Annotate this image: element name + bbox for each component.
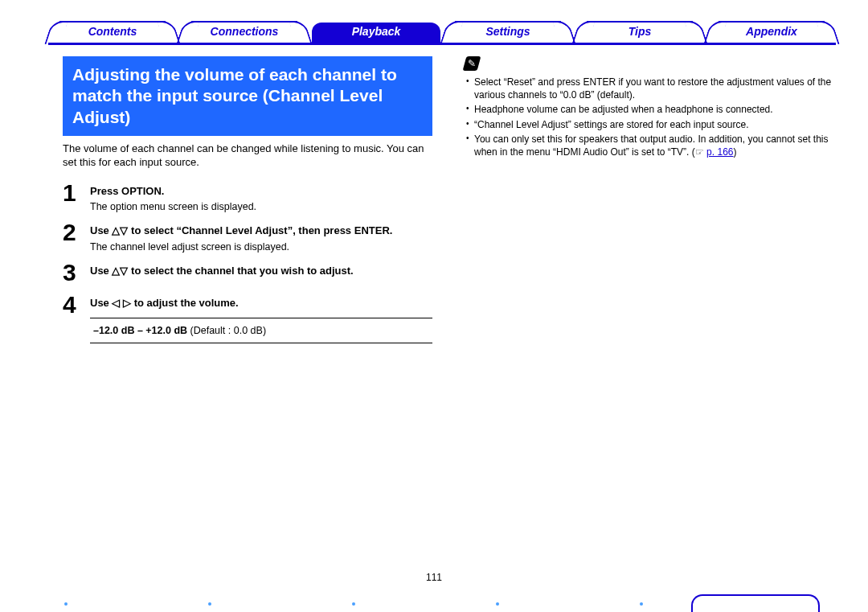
step-number: 4	[63, 293, 90, 344]
tab-label: Playback	[352, 25, 401, 38]
bottom-tab-peek	[691, 594, 820, 612]
bottom-dots	[64, 602, 643, 606]
page-number: 111	[0, 572, 868, 583]
tab-label: Contents	[88, 25, 137, 38]
note-item: You can only set this for speakers that …	[465, 133, 836, 158]
tab-contents[interactable]: Contents	[48, 23, 177, 43]
note-item: Select “Reset” and press ENTER if you wa…	[465, 76, 836, 101]
note-item: “Channel Level Adjust” settings are stor…	[465, 118, 836, 131]
range-rest: (Default : 0.0 dB)	[187, 325, 266, 336]
intro-text: The volume of each channel can be change…	[63, 142, 432, 170]
tab-tips[interactable]: Tips	[575, 23, 704, 43]
range-bold: –12.0 dB – +12.0 dB	[93, 325, 187, 336]
tab-playback[interactable]: Playback	[312, 23, 440, 43]
tab-label: Tips	[628, 25, 652, 38]
step-title: Press OPTION.	[90, 184, 432, 199]
range-box: –12.0 dB – +12.0 dB (Default : 0.0 dB)	[90, 318, 432, 343]
step-list: 1 Press OPTION. The option menu screen i…	[63, 181, 432, 344]
step-item: 3 Use △▽ to select the channel that you …	[63, 261, 432, 285]
step-number: 2	[63, 220, 90, 253]
step-title: Use △▽ to select “Channel Level Adjust”,…	[90, 224, 432, 238]
tab-label: Appendix	[746, 25, 797, 38]
step-title: Use ◁ ▷ to adjust the volume.	[90, 296, 432, 310]
step-number: 1	[63, 181, 90, 213]
step-number: 3	[63, 261, 90, 285]
step-item: 2 Use △▽ to select “Channel Level Adjust…	[63, 220, 432, 253]
left-column: Adjusting the volume of each channel to …	[63, 56, 432, 572]
step-desc: The option menu screen is displayed.	[90, 201, 432, 212]
note-item: Headphone volume can be adjusted when a …	[465, 103, 836, 116]
note-block: ✎ Select “Reset” and press ENTER if you …	[465, 56, 836, 158]
step-item: 4 Use ◁ ▷ to adjust the volume. –12.0 dB…	[63, 293, 432, 344]
tab-appendix[interactable]: Appendix	[707, 23, 836, 43]
page-body: Adjusting the volume of each channel to …	[63, 56, 836, 572]
section-heading: Adjusting the volume of each channel to …	[63, 56, 432, 136]
tab-label: Connections	[211, 25, 279, 38]
step-item: 1 Press OPTION. The option menu screen i…	[63, 181, 432, 213]
pencil-icon: ✎	[463, 56, 481, 71]
note-tail: )	[733, 146, 736, 158]
step-desc: The channel level adjust screen is displ…	[90, 241, 432, 253]
tab-settings[interactable]: Settings	[444, 23, 572, 43]
right-column: ✎ Select “Reset” and press ENTER if you …	[465, 56, 836, 572]
page-link[interactable]: p. 166	[706, 146, 733, 158]
step-title: Use △▽ to select the channel that you wi…	[90, 264, 432, 278]
tab-label: Settings	[485, 25, 530, 38]
note-text: You can only set this for speakers that …	[474, 133, 829, 158]
tab-connections[interactable]: Connections	[180, 23, 309, 43]
top-tab-bar: Contents Connections Playback Settings T…	[48, 23, 836, 45]
